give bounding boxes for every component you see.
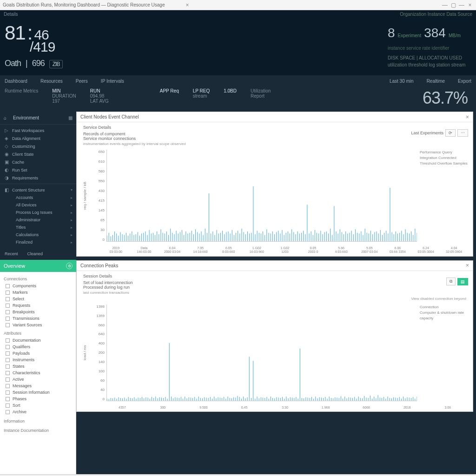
sidebar-tab-recent[interactable]: Recent [5,251,18,258]
readout-slash-icon: / [30,40,33,54]
sidebar-item-label: Run Set [12,168,27,172]
filter-checkbox[interactable]: Sort [3,402,73,409]
panel-b-copy-button[interactable]: ⧉ [446,278,456,285]
legend-item: Connection [420,304,468,310]
header-menu-right[interactable]: Organization Instance Data Source [400,12,472,19]
filter-checkbox[interactable]: States [3,363,73,370]
sidebar-item[interactable]: ▣Cache [0,158,76,166]
sidebar-item[interactable]: ◇Customizing [0,142,76,150]
gear-icon[interactable]: ⚙ [66,263,73,269]
filter-label: Active [13,377,24,382]
tab-resources[interactable]: Resources [40,79,63,84]
nav-icon: ◈ [5,136,12,141]
legend-item: Integration Connected [420,155,468,161]
chevron-icon: ▸ [71,203,73,207]
tab-dashboard[interactable]: Dashboard [5,79,27,84]
legend-item: Threshold Overflow Samples [420,161,468,166]
chevron-icon: ▸ [71,233,73,237]
filter-checkbox[interactable]: Instruments [3,357,73,363]
sidebar-header[interactable]: ⌂ Environment ▦ [0,113,76,122]
window-close-icon[interactable]: × [184,2,191,8]
checkbox-icon [6,284,10,288]
sidebar-item[interactable]: ◈Data Alignment [0,134,76,142]
filter-checkbox[interactable]: Breakpoints [3,309,73,315]
chart-b-xaxis: 43573009.5000.453.301.968606820183.06 [77,405,473,411]
divider [0,124,76,125]
sidebar-sub-item[interactable]: Accounts▸ [11,194,76,201]
sidebar-sub-item[interactable]: Titles▸ [11,224,76,231]
filter-checkbox[interactable]: Variant Sources [3,322,73,328]
sidebar-item[interactable]: ◑Requirements [0,174,76,182]
window-minimize-icon[interactable]: — [442,2,448,8]
mini-readout-b: 384 [424,23,446,43]
window-close3-icon[interactable]: × [467,2,473,8]
panel-a-sub: Service Details Records of component Ser… [77,122,473,142]
sidebar-sub-item[interactable]: All Devices▸ [11,201,76,209]
filter-checkbox[interactable]: Components [3,283,73,289]
filter-checkbox[interactable]: Session Information [3,389,73,396]
nav-realtime[interactable]: Realtime [427,79,445,84]
filter-checkbox[interactable]: Payloads [3,350,73,357]
tab-peers[interactable]: Peers [76,79,88,84]
nav-icon: ◇ [5,144,12,149]
section-c-label: Information [3,415,73,424]
sidebar-sub-label: Calculations [16,232,39,237]
panel-b-sub: Session Details Set of load interconnect… [77,271,473,291]
filter-checkbox[interactable]: Documentation [3,337,73,344]
sidebar-overview-header[interactable]: Overview ⚙ [0,260,76,272]
stats-heading-label: Runtime Metrics [5,88,38,93]
nav-export[interactable]: Export [458,79,471,84]
tab-intervals[interactable]: IP Intervals [101,79,124,84]
filter-label: Select [13,297,24,301]
stats-heading: Runtime Metrics [5,88,38,108]
filter-checkbox[interactable]: Active [3,376,73,383]
sidebar-sub-item[interactable]: Calculations▸ [11,231,76,238]
sidebar-section2[interactable]: ◧ Content Structure ▾ [0,186,76,194]
sidebar-section2-label: Content Structure [12,188,45,192]
filter-checkbox[interactable]: Characteristics [3,370,73,376]
sidebar-sub-item[interactable]: Finalized▸ [11,238,76,246]
filter-label: Archive [13,410,26,414]
stat-block-5: Utilization Report [251,88,271,108]
sidebar-tab-cleaned[interactable]: Cleaned [27,251,43,258]
filter-checkbox[interactable]: Archive [3,409,73,415]
sidebar-item[interactable]: ◐Run Set [0,166,76,174]
filter-label: Components [13,284,36,288]
panel-a-close-icon[interactable]: × [466,114,469,120]
panel-a-refresh-button[interactable]: ⟳ [445,129,456,137]
filter-checkbox[interactable]: Transmissions [3,315,73,322]
filter-checkbox[interactable]: Phases [3,396,73,402]
filter-checkbox[interactable]: Requests [3,302,73,309]
filter-checkbox[interactable]: Messages [3,383,73,389]
chart-b-plot[interactable] [106,304,417,401]
window-close2-icon[interactable]: — [458,2,465,8]
filter-checkbox[interactable]: Qualifiers [3,344,73,350]
filter-checkbox[interactable]: Markers [3,289,73,296]
stats-row: Runtime Metrics MIN DURATION 197 RUN 094… [0,86,476,112]
sidebar-sub-item[interactable]: Process Log Issues▸ [11,209,76,216]
filter-checkbox[interactable]: Select [3,296,73,302]
chevron-icon: ▸ [71,240,73,245]
sidebar-item[interactable]: ◉Client State [0,150,76,158]
header-menu-left[interactable]: Details [4,12,18,19]
chart-a-plot[interactable] [106,150,417,242]
panel-a-line1: Records of component [83,132,136,136]
header-block-a: DISK SPACE | ALLOCATION USED [388,54,471,61]
window-maximize-icon[interactable]: ▢ [450,2,456,8]
mini-readout-label: Experiment [398,32,422,39]
stat5-l1: Utilization [251,88,271,93]
panel-a-opts-button[interactable]: ⋯ [457,129,468,137]
filter-label: States [13,364,25,369]
sidebar-sub-item[interactable]: Administrator▸ [11,216,76,224]
chart-a-legend: Performance QueryIntegration ConnectedTh… [417,150,468,242]
nav-last30[interactable]: Last 30 min [390,79,414,84]
checkbox-icon [6,364,10,369]
sidebar-item-label: Data Alignment [12,136,40,141]
sidebar-item[interactable]: ▷Fast Workspaces [0,126,76,134]
panel-b-view-button[interactable]: ▤ [457,278,468,285]
checkbox-icon [6,323,10,327]
panel-b-close-icon[interactable]: × [466,262,469,269]
readout-pipe-icon: | [26,59,27,68]
grid-icon[interactable]: ▦ [68,115,73,120]
chart-b-legend: ConnectionComputer & shutdown rate capac… [417,304,468,401]
